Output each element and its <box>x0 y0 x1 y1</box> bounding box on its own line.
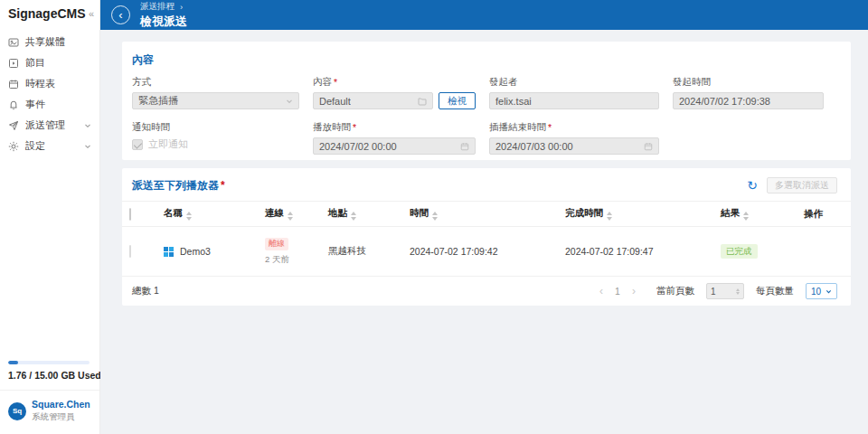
next-page-icon[interactable]: › <box>632 286 636 297</box>
sidebar-item-label: 時程表 <box>25 77 55 90</box>
start-time-value: 2024/07/02 17:09:38 <box>679 96 770 107</box>
user-role: 系統管理員 <box>32 411 90 423</box>
field-label: 插播結束時間 * <box>489 121 659 134</box>
field-start-time: 發起時間 2024/07/02 17:09:38 <box>673 76 837 109</box>
field-label: 內容 * <box>313 76 476 89</box>
sort-icon[interactable] <box>607 212 612 221</box>
start-time-input[interactable]: 2024/07/02 17:09:38 <box>673 92 824 109</box>
sort-icon[interactable] <box>351 212 356 221</box>
sidebar-item-label: 派送管理 <box>25 118 65 132</box>
table-header-row: 名稱 連線 地點 時間 完成時間 結果 操作 <box>122 202 851 227</box>
app-logo: SignageCMS <box>8 6 86 21</box>
required-mark: * <box>548 122 552 133</box>
sidebar-item-events[interactable]: 事件 <box>0 94 99 115</box>
chevron-down-icon <box>826 288 832 295</box>
view-button[interactable]: 檢視 <box>439 92 476 109</box>
players-table: 名稱 連線 地點 時間 完成時間 結果 操作 <box>122 201 851 277</box>
initiator-input[interactable]: felix.tsai <box>489 92 659 109</box>
end-time-input[interactable]: 2024/07/03 00:00 <box>489 137 659 155</box>
breadcrumb[interactable]: 派送排程 › <box>140 1 187 13</box>
chevron-down-icon <box>286 98 293 105</box>
player-name[interactable]: Demo3 <box>180 246 211 257</box>
breadcrumb-separator-icon: › <box>180 2 183 12</box>
column-header-result[interactable]: 結果 <box>713 202 797 227</box>
field-label: 播放時間 * <box>313 121 476 134</box>
user-profile[interactable]: Sq Square.Chen 系統管理員 <box>0 390 99 434</box>
current-page-label: 當前頁數 <box>656 285 694 297</box>
finish-time: 2024-07-02 17:09:47 <box>558 227 713 277</box>
required-mark: * <box>353 122 356 133</box>
user-name: Square.Chen <box>32 399 90 410</box>
sidebar-item-dispatch[interactable]: 派送管理 <box>0 115 99 136</box>
sidebar-item-shared-media[interactable]: 共享媒體 <box>0 32 99 52</box>
pagination: ‹ 1 › 當前頁數 1 每頁數量 10 <box>599 283 837 299</box>
players-card-header: 派送至下列播放器* ↻ 多選取消派送 <box>122 168 851 201</box>
play-time-input[interactable]: 2024/07/02 00:00 <box>313 137 476 155</box>
field-content: 內容 * Default 檢視 <box>313 76 489 109</box>
sidebar-item-settings[interactable]: 設定 <box>0 136 99 156</box>
sort-icon[interactable] <box>743 212 749 221</box>
page-size-select[interactable]: 10 <box>806 283 837 299</box>
back-button[interactable]: ‹ <box>111 5 130 24</box>
column-header-location[interactable]: 地點 <box>321 202 402 227</box>
field-empty <box>673 121 837 155</box>
immediate-notify-label: 立即通知 <box>148 137 188 151</box>
stepper-icons[interactable] <box>736 288 740 295</box>
content-form: 方式 緊急插播 內容 * Default <box>132 76 837 155</box>
select-all-checkbox[interactable] <box>129 208 131 221</box>
dispatch-icon <box>8 120 19 131</box>
sort-icon[interactable] <box>186 212 192 221</box>
content-input[interactable]: Default <box>313 92 433 109</box>
breadcrumb-item[interactable]: 派送排程 <box>140 1 175 13</box>
column-header-actions: 操作 <box>797 202 851 227</box>
table-row: Demo3 離線 2 天前 黑越科技 2024-07-02 17:09:42 2… <box>122 227 851 277</box>
back-icon: ‹ <box>118 9 122 21</box>
section-title-content: 內容 <box>132 52 837 68</box>
sidebar-item-label: 事件 <box>25 98 45 111</box>
column-header-finish-time[interactable]: 完成時間 <box>558 202 713 227</box>
refresh-icon[interactable]: ↻ <box>747 179 758 192</box>
table-footer: 總數 1 ‹ 1 › 當前頁數 1 每頁數量 10 <box>122 277 851 306</box>
status-badge-offline: 離線 <box>265 238 288 250</box>
multi-cancel-dispatch-button[interactable]: 多選取消派送 <box>767 177 837 193</box>
storage-usage: 1.76 / 15.00 GB Used <box>0 361 99 390</box>
row-actions <box>797 227 851 277</box>
field-label: 方式 <box>132 76 299 89</box>
sidebar-item-programs[interactable]: 節目 <box>0 52 99 73</box>
row-checkbox[interactable] <box>129 245 131 258</box>
calendar-icon <box>644 142 653 151</box>
column-header-time[interactable]: 時間 <box>402 202 558 227</box>
column-header-connection[interactable]: 連線 <box>258 202 321 227</box>
sort-icon[interactable] <box>288 212 293 221</box>
last-seen-label: 2 天前 <box>265 254 314 266</box>
event-icon <box>8 99 19 110</box>
storage-bar-fill <box>8 361 18 364</box>
field-notify-time: 通知時間 立即通知 <box>132 121 313 155</box>
prev-page-icon[interactable]: ‹ <box>599 286 603 297</box>
sort-icon[interactable] <box>432 212 438 221</box>
initiator-value: felix.tsai <box>495 96 532 107</box>
current-page-value: 1 <box>711 287 716 297</box>
field-end-time: 插播結束時間 * 2024/07/03 00:00 <box>489 121 673 155</box>
status-badge-completed: 已完成 <box>721 244 758 259</box>
immediate-notify-checkbox[interactable] <box>132 139 143 150</box>
chevron-down-icon <box>84 122 91 129</box>
players-card: 派送至下列播放器* ↻ 多選取消派送 名稱 連線 地點 時間 <box>122 168 851 306</box>
end-time-value: 2024/07/03 00:00 <box>495 141 573 152</box>
player-location: 黑越科技 <box>321 227 402 277</box>
method-select[interactable]: 緊急插播 <box>132 92 299 109</box>
collapse-sidebar-icon[interactable]: « <box>89 9 94 19</box>
total-count-label: 總數 1 <box>132 285 159 297</box>
current-page-input[interactable]: 1 <box>706 283 744 299</box>
storage-bar <box>8 361 90 364</box>
sidebar-item-schedule[interactable]: 時程表 <box>0 73 99 94</box>
column-header-name[interactable]: 名稱 <box>156 202 258 227</box>
calendar-icon <box>460 142 469 151</box>
storage-usage-label: 1.76 / 15.00 GB Used <box>8 370 90 381</box>
field-initiator: 發起者 felix.tsai <box>489 76 673 109</box>
required-mark: * <box>221 179 225 192</box>
field-play-time: 播放時間 * 2024/07/02 00:00 <box>313 121 489 155</box>
folder-icon <box>418 97 427 106</box>
page-number[interactable]: 1 <box>615 286 620 297</box>
method-value: 緊急插播 <box>138 94 178 108</box>
